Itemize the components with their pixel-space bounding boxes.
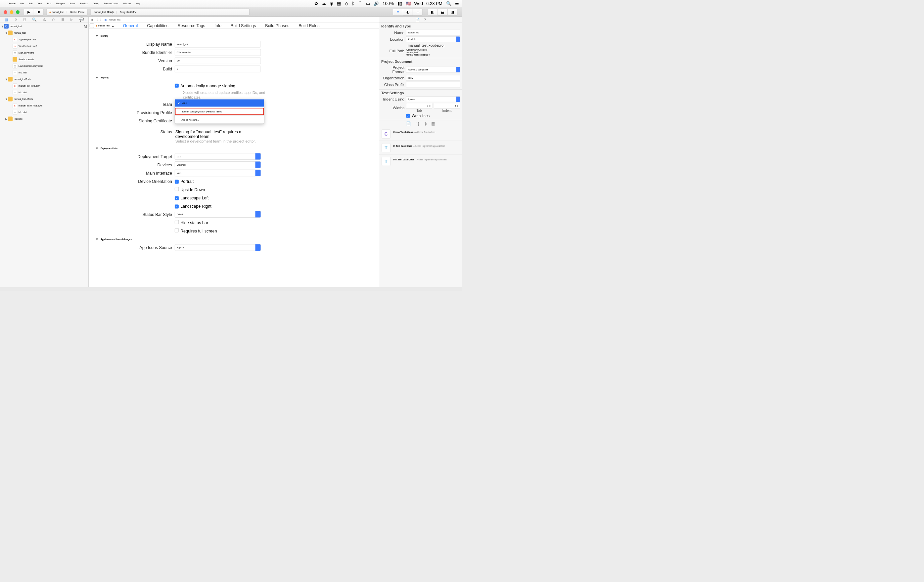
tab-capabilities[interactable]: Capabilities [142,23,173,28]
clock-day[interactable]: Wed [414,1,423,6]
main-interface-select[interactable]: Main [175,169,261,176]
hide-status-bar-checkbox[interactable] [175,220,179,224]
tree-group[interactable]: ▼manual_test [0,30,89,36]
tree-group[interactable]: ▶Products [0,116,89,122]
forward-icon[interactable]: 〉 [100,18,102,21]
run-button[interactable]: ▶ [24,8,34,15]
toggle-inspector-button[interactable]: ◨ [447,8,457,15]
tree-file[interactable]: Assets.xcassets [0,56,89,63]
menu-editor[interactable]: Editor [69,2,75,5]
notification-icon[interactable]: ☰ [455,1,459,6]
find-navigator-tab[interactable]: 🔍 [32,18,37,22]
team-option-add-account[interactable]: Add an Account… [175,117,264,124]
jump-bar[interactable]: ▦ 〈 〉 ▣ manual_test [89,17,379,23]
indent-using-select[interactable]: Spaces [406,97,460,102]
bundle-id-input[interactable]: -23.manual-test [175,49,261,56]
code-snippet-library-tab[interactable]: { } [415,122,419,126]
issue-navigator-tab[interactable]: ⚠ [43,18,46,22]
tab-width-stepper[interactable]: 4 ⇳ [406,103,432,109]
status-icon[interactable]: ✿ [314,1,318,6]
menu-file[interactable]: File [20,2,24,5]
status-bar-style-select[interactable]: Default [175,211,261,218]
menu-edit[interactable]: Edit [29,2,33,5]
tab-info[interactable]: Info [210,23,226,28]
toggle-navigator-button[interactable]: ◧ [427,8,437,15]
class-prefix-field[interactable] [406,82,460,87]
tree-file[interactable]: smanual_testUITests.swift [0,102,89,109]
hide-targets-button[interactable] [90,23,94,28]
toggle-debug-button[interactable]: ⬓ [437,8,447,15]
section-signing[interactable]: ▼Signing [95,76,375,80]
back-icon[interactable]: 〈 [96,18,98,21]
menu-help[interactable]: Help [136,2,140,5]
tab-build-rules[interactable]: Build Rules [294,23,324,28]
tree-file[interactable]: sAppDelegate.swift [0,36,89,43]
team-option-none[interactable]: None [175,100,264,107]
menu-source-control[interactable]: Source Control [104,2,118,5]
deployment-target-select[interactable]: 11.2 [175,153,261,160]
breakpoint-navigator-tab[interactable]: ▷ [70,18,73,22]
test-navigator-tab[interactable]: ◇ [52,18,55,22]
clock-time[interactable]: 6:23 PM [426,1,442,6]
tree-group[interactable]: ▼manual_testTests [0,76,89,83]
menu-product[interactable]: Product [80,2,87,5]
status-icon[interactable]: ◉ [330,1,333,6]
report-navigator-tab[interactable]: 💬 [79,18,84,22]
volume-icon[interactable]: 🔊 [374,1,379,6]
tree-file[interactable]: ≡Info.plist [0,109,89,116]
section-identity[interactable]: ▼Identity [95,34,375,38]
wifi-icon[interactable]: ⌒ [358,1,362,7]
menu-appname[interactable]: Xcode [9,2,16,5]
tree-file[interactable]: ≡Info.plist [0,69,89,76]
tree-file[interactable]: ≡Info.plist [0,89,89,96]
devices-select[interactable]: Universal [175,161,261,168]
battery-percent[interactable]: 100% [383,1,393,6]
display-icon[interactable]: ▭ [366,1,370,6]
landscape-right-checkbox[interactable]: ✓ [175,204,179,208]
scheme-selector[interactable]: ◆ manual_test 〉 blesiv's iPhone [46,8,87,15]
version-input[interactable]: 1.0 [175,58,261,64]
status-icon[interactable]: ☁ [322,1,326,6]
name-field[interactable]: manual_test [406,30,460,35]
minimize-window-button[interactable] [10,10,13,14]
portrait-checkbox[interactable]: ✓ [175,179,179,184]
menu-navigate[interactable]: Navigate [56,2,65,5]
build-input[interactable]: 1 [175,66,261,72]
symbol-navigator-tab[interactable]: ⌸ [23,18,26,22]
jump-item[interactable]: manual_test [109,18,120,21]
upside-down-checkbox[interactable] [175,187,179,191]
location-select[interactable]: Absolute [406,36,460,42]
battery-icon[interactable]: ▮▯ [398,1,402,6]
landscape-left-checkbox[interactable]: ✓ [175,196,179,200]
tab-build-phases[interactable]: Build Phases [261,23,294,28]
auto-signing-checkbox[interactable]: ✓ [175,84,179,88]
version-editor-button[interactable]: ↩ [412,8,422,15]
menu-window[interactable]: Window [123,2,131,5]
status-icon[interactable]: ◇ [345,1,348,6]
tree-file[interactable]: smanual_testTests.swift [0,83,89,89]
wrap-lines-checkbox[interactable]: ✓ [406,114,410,118]
object-library-tab[interactable]: ◎ [424,122,427,126]
tree-file[interactable]: ◻LaunchScreen.storyboard [0,63,89,69]
tree-root[interactable]: ▼⧉ manual_test M [0,23,89,30]
tab-resource-tags[interactable]: Resource Tags [173,23,210,28]
stop-button[interactable]: ■ [34,8,44,15]
section-deployment[interactable]: ▼Deployment Info [95,146,375,150]
indent-width-stepper[interactable]: 4 ⇳ [434,103,460,109]
standard-editor-button[interactable]: ≡ [393,8,403,15]
tree-file[interactable]: sViewController.swift [0,43,89,49]
tab-build-settings[interactable]: Build Settings [226,23,261,28]
status-icon[interactable]: ▦ [337,1,341,6]
target-selector[interactable]: ◆manual_test ⌄ [96,23,114,28]
app-icons-source-select[interactable]: AppIcon [175,244,261,251]
menu-view[interactable]: View [37,2,42,5]
spotlight-icon[interactable]: 🔍 [446,1,451,6]
reveal-arrow-icon[interactable]: ➜ [428,54,430,56]
zoom-window-button[interactable] [16,10,20,14]
file-template-library-tab[interactable]: 📄 [406,122,411,126]
tree-group[interactable]: ▼manual_testUITests [0,96,89,102]
tab-general[interactable]: General [119,23,142,28]
flag-icon[interactable]: 🇺🇸 [406,1,411,6]
media-library-tab[interactable]: ▦ [431,122,435,126]
file-inspector-tab[interactable]: 📄 [415,18,420,22]
